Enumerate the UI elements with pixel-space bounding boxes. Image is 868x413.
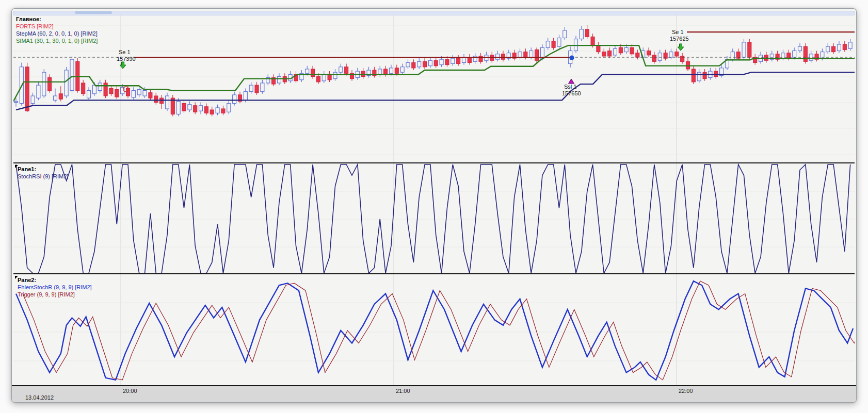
trigger-line: [23, 281, 855, 380]
chart-window: Главное: FORTS [RIM2] StepMA (60, 2, 0, …: [11, 8, 857, 403]
time-tick-21: 21:00: [396, 388, 410, 394]
signal-label: Ssl 1: [562, 84, 581, 90]
overlay-stepma: [16, 72, 855, 110]
pane2-title: Pane2:: [18, 276, 92, 284]
signal-label: Se 1: [117, 49, 136, 56]
signal-price: 157650: [562, 90, 581, 97]
stochrsi-pane: Pane1: StochRSI (9) [RIM2]: [13, 163, 855, 274]
signal-price: 157390: [117, 56, 136, 62]
long-entry-annotation: Ssl 1 157650: [562, 84, 581, 97]
sell-arrow-icon: [678, 44, 684, 51]
short-entry-annotation-2: Se 1 157625: [670, 29, 689, 42]
exit-dot-marker: [570, 56, 574, 60]
legend-item-forts: FORTS [RIM2]: [16, 23, 98, 30]
pane1-title: Pane1:: [18, 166, 68, 173]
ehlersstochr-line: [16, 281, 853, 380]
signal-label: Se 1: [670, 29, 689, 36]
legend-item-ehlersstochr: EhlersStochR (9, 9, 9) [RIM2]: [18, 284, 92, 291]
screenshot-background: Главное: FORTS [RIM2] StepMA (60, 2, 0, …: [0, 0, 868, 413]
short-entry-annotation-1: Se 1 157390: [117, 49, 136, 62]
stochrsi-chart[interactable]: [13, 163, 855, 274]
candlestick-chart[interactable]: [13, 15, 855, 163]
main-pane-title: Главное:: [16, 15, 98, 23]
main-price-pane: Главное: FORTS [RIM2] StepMA (60, 2, 0, …: [13, 15, 855, 163]
buy-triangle-icon: [569, 79, 574, 84]
pane1-legend: Pane1: StochRSI (9) [RIM2]: [18, 166, 68, 180]
ehlersstochr-chart[interactable]: [13, 274, 855, 385]
pane2-legend: Pane2: EhlersStochR (9, 9, 9) [RIM2] Tri…: [18, 276, 92, 298]
ehlersstochr-pane: Pane2: EhlersStochR (9, 9, 9) [RIM2] Tri…: [13, 274, 855, 385]
date-label: 13.04.2012: [25, 394, 54, 401]
scrollbar-thumb[interactable]: [75, 11, 112, 14]
legend-item-stepma: StepMA (60, 2, 0, 0, 1, 0) [RIM2]: [16, 30, 98, 37]
time-tick-22: 22:00: [679, 388, 693, 394]
time-tick-20: 20:00: [123, 388, 137, 394]
legend-item-stochrsi: StochRSI (9) [RIM2]: [18, 173, 68, 180]
legend-item-stma1: StMA1 (30, 1, 30, 0, 1, 0) [RIM2]: [16, 37, 98, 44]
main-pane-legend: Главное: FORTS [RIM2] StepMA (60, 2, 0, …: [16, 15, 98, 44]
legend-item-trigger: Trigger (9, 9, 9) [RIM2]: [18, 291, 92, 298]
signal-price: 157625: [670, 36, 689, 42]
time-axis: 20:00 21:00 22:00 13.04.2012: [12, 385, 856, 403]
